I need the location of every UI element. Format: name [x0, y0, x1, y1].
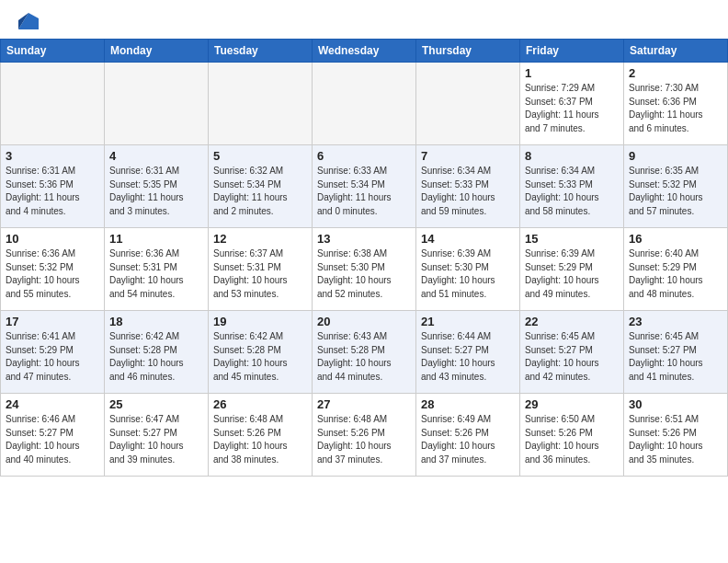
day-number: 9	[629, 149, 722, 163]
calendar-cell: 18Sunrise: 6:42 AM Sunset: 5:28 PM Dayli…	[105, 311, 209, 394]
day-number: 26	[213, 397, 307, 411]
calendar-cell: 29Sunrise: 6:50 AM Sunset: 5:26 PM Dayli…	[520, 394, 624, 477]
weekday-header-thursday: Thursday	[416, 40, 520, 63]
day-info: Sunrise: 6:31 AM Sunset: 5:35 PM Dayligh…	[109, 165, 203, 218]
calendar-cell: 22Sunrise: 6:45 AM Sunset: 5:27 PM Dayli…	[520, 311, 624, 394]
calendar-cell: 4Sunrise: 6:31 AM Sunset: 5:35 PM Daylig…	[105, 145, 209, 228]
day-number: 17	[6, 315, 99, 328]
calendar-cell: 23Sunrise: 6:45 AM Sunset: 5:27 PM Dayli…	[624, 311, 728, 394]
weekday-header-sunday: Sunday	[1, 40, 105, 63]
calendar-cell: 13Sunrise: 6:38 AM Sunset: 5:30 PM Dayli…	[313, 228, 416, 311]
logo-icon	[18, 13, 39, 29]
day-info: Sunrise: 6:43 AM Sunset: 5:28 PM Dayligh…	[317, 330, 411, 384]
calendar-week-row: 3Sunrise: 6:31 AM Sunset: 5:36 PM Daylig…	[1, 145, 728, 228]
day-info: Sunrise: 6:42 AM Sunset: 5:28 PM Dayligh…	[213, 330, 307, 384]
page-header	[0, 0, 728, 35]
day-info: Sunrise: 6:51 AM Sunset: 5:26 PM Dayligh…	[629, 413, 722, 466]
calendar-cell: 8Sunrise: 6:34 AM Sunset: 5:33 PM Daylig…	[520, 145, 624, 228]
calendar-cell: 15Sunrise: 6:39 AM Sunset: 5:29 PM Dayli…	[520, 228, 624, 311]
calendar-week-row: 17Sunrise: 6:41 AM Sunset: 5:29 PM Dayli…	[1, 311, 728, 394]
day-number: 10	[6, 232, 99, 246]
day-info: Sunrise: 6:32 AM Sunset: 5:34 PM Dayligh…	[213, 165, 307, 218]
day-info: Sunrise: 6:41 AM Sunset: 5:29 PM Dayligh…	[6, 330, 99, 384]
day-info: Sunrise: 6:48 AM Sunset: 5:26 PM Dayligh…	[317, 413, 411, 466]
calendar-cell: 17Sunrise: 6:41 AM Sunset: 5:29 PM Dayli…	[1, 311, 105, 394]
day-info: Sunrise: 6:36 AM Sunset: 5:31 PM Dayligh…	[109, 247, 203, 301]
calendar-cell: 30Sunrise: 6:51 AM Sunset: 5:26 PM Dayli…	[624, 394, 728, 477]
day-info: Sunrise: 6:48 AM Sunset: 5:26 PM Dayligh…	[213, 413, 307, 466]
day-info: Sunrise: 7:29 AM Sunset: 6:37 PM Dayligh…	[525, 82, 619, 135]
day-info: Sunrise: 6:50 AM Sunset: 5:26 PM Dayligh…	[525, 413, 619, 466]
calendar-cell	[209, 63, 313, 145]
weekday-header-saturday: Saturday	[624, 40, 728, 63]
calendar-week-row: 1Sunrise: 7:29 AM Sunset: 6:37 PM Daylig…	[1, 63, 728, 145]
day-info: Sunrise: 6:49 AM Sunset: 5:26 PM Dayligh…	[421, 413, 515, 466]
day-number: 1	[525, 66, 619, 80]
day-number: 16	[629, 232, 722, 246]
day-number: 5	[213, 149, 307, 163]
calendar-cell: 24Sunrise: 6:46 AM Sunset: 5:27 PM Dayli…	[1, 394, 105, 477]
day-info: Sunrise: 7:30 AM Sunset: 6:36 PM Dayligh…	[629, 82, 722, 135]
day-info: Sunrise: 6:39 AM Sunset: 5:30 PM Dayligh…	[421, 247, 515, 301]
day-info: Sunrise: 6:34 AM Sunset: 5:33 PM Dayligh…	[421, 165, 515, 218]
day-info: Sunrise: 6:45 AM Sunset: 5:27 PM Dayligh…	[525, 330, 619, 384]
calendar-cell: 19Sunrise: 6:42 AM Sunset: 5:28 PM Dayli…	[209, 311, 313, 394]
calendar-cell: 6Sunrise: 6:33 AM Sunset: 5:34 PM Daylig…	[313, 145, 416, 228]
calendar-table: SundayMondayTuesdayWednesdayThursdayFrid…	[0, 39, 728, 477]
day-info: Sunrise: 6:38 AM Sunset: 5:30 PM Dayligh…	[317, 247, 411, 301]
day-info: Sunrise: 6:47 AM Sunset: 5:27 PM Dayligh…	[109, 413, 203, 466]
calendar-cell	[105, 63, 209, 145]
day-info: Sunrise: 6:40 AM Sunset: 5:29 PM Dayligh…	[629, 247, 722, 301]
calendar-cell: 14Sunrise: 6:39 AM Sunset: 5:30 PM Dayli…	[416, 228, 520, 311]
calendar-header-row: SundayMondayTuesdayWednesdayThursdayFrid…	[1, 40, 728, 63]
calendar-cell: 12Sunrise: 6:37 AM Sunset: 5:31 PM Dayli…	[209, 228, 313, 311]
day-info: Sunrise: 6:34 AM Sunset: 5:33 PM Dayligh…	[525, 165, 619, 218]
day-number: 4	[109, 149, 203, 163]
calendar-cell: 11Sunrise: 6:36 AM Sunset: 5:31 PM Dayli…	[105, 228, 209, 311]
day-info: Sunrise: 6:35 AM Sunset: 5:32 PM Dayligh…	[629, 165, 722, 218]
day-number: 23	[629, 315, 722, 328]
day-number: 25	[109, 397, 203, 411]
day-number: 27	[317, 397, 411, 411]
calendar-cell: 21Sunrise: 6:44 AM Sunset: 5:27 PM Dayli…	[416, 311, 520, 394]
calendar-cell: 28Sunrise: 6:49 AM Sunset: 5:26 PM Dayli…	[416, 394, 520, 477]
day-number: 22	[525, 315, 619, 328]
calendar-cell	[1, 63, 105, 145]
logo	[17, 13, 39, 29]
calendar-cell: 2Sunrise: 7:30 AM Sunset: 6:36 PM Daylig…	[624, 63, 728, 145]
day-info: Sunrise: 6:37 AM Sunset: 5:31 PM Dayligh…	[213, 247, 307, 301]
day-number: 30	[629, 397, 722, 411]
day-info: Sunrise: 6:39 AM Sunset: 5:29 PM Dayligh…	[525, 247, 619, 301]
calendar-cell: 3Sunrise: 6:31 AM Sunset: 5:36 PM Daylig…	[1, 145, 105, 228]
day-number: 20	[317, 315, 411, 328]
calendar-cell: 16Sunrise: 6:40 AM Sunset: 5:29 PM Dayli…	[624, 228, 728, 311]
day-number: 8	[525, 149, 619, 163]
day-number: 14	[421, 232, 515, 246]
day-number: 15	[525, 232, 619, 246]
day-number: 13	[317, 232, 411, 246]
day-number: 19	[213, 315, 307, 328]
day-number: 6	[317, 149, 411, 163]
day-number: 7	[421, 149, 515, 163]
calendar-cell	[416, 63, 520, 145]
day-number: 3	[6, 149, 99, 163]
day-number: 18	[109, 315, 203, 328]
calendar-cell: 25Sunrise: 6:47 AM Sunset: 5:27 PM Dayli…	[105, 394, 209, 477]
calendar-cell: 27Sunrise: 6:48 AM Sunset: 5:26 PM Dayli…	[313, 394, 416, 477]
weekday-header-monday: Monday	[105, 40, 209, 63]
calendar-week-row: 24Sunrise: 6:46 AM Sunset: 5:27 PM Dayli…	[1, 394, 728, 477]
calendar-cell: 5Sunrise: 6:32 AM Sunset: 5:34 PM Daylig…	[209, 145, 313, 228]
day-info: Sunrise: 6:33 AM Sunset: 5:34 PM Dayligh…	[317, 165, 411, 218]
day-info: Sunrise: 6:36 AM Sunset: 5:32 PM Dayligh…	[6, 247, 99, 301]
day-number: 11	[109, 232, 203, 246]
day-info: Sunrise: 6:46 AM Sunset: 5:27 PM Dayligh…	[6, 413, 99, 466]
calendar-cell: 10Sunrise: 6:36 AM Sunset: 5:32 PM Dayli…	[1, 228, 105, 311]
calendar-cell: 1Sunrise: 7:29 AM Sunset: 6:37 PM Daylig…	[520, 63, 624, 145]
day-number: 21	[421, 315, 515, 328]
day-number: 2	[629, 66, 722, 80]
calendar-cell: 9Sunrise: 6:35 AM Sunset: 5:32 PM Daylig…	[624, 145, 728, 228]
day-info: Sunrise: 6:45 AM Sunset: 5:27 PM Dayligh…	[629, 330, 722, 384]
calendar-cell: 7Sunrise: 6:34 AM Sunset: 5:33 PM Daylig…	[416, 145, 520, 228]
day-info: Sunrise: 6:44 AM Sunset: 5:27 PM Dayligh…	[421, 330, 515, 384]
day-info: Sunrise: 6:42 AM Sunset: 5:28 PM Dayligh…	[109, 330, 203, 384]
